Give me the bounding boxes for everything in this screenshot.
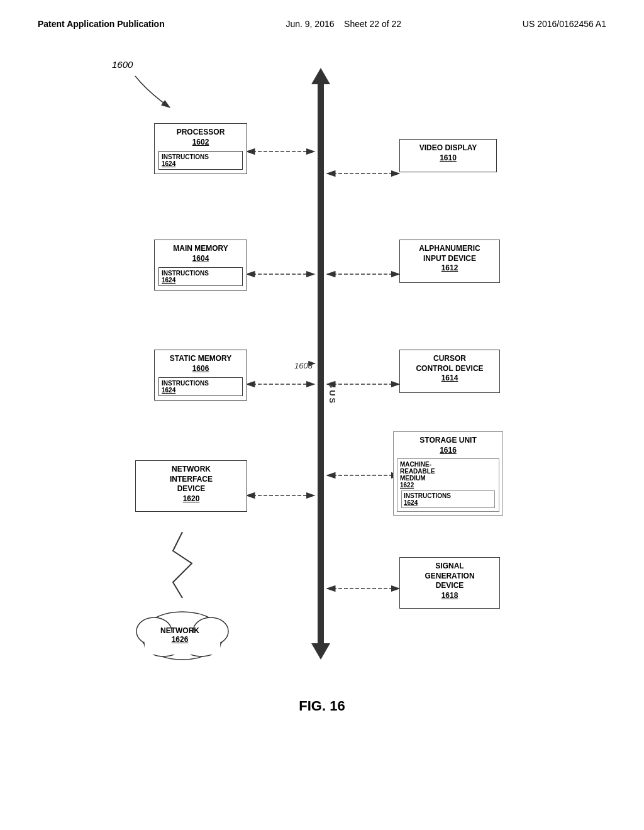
svg-text:1608: 1608 <box>294 361 313 370</box>
processor-title: PROCESSOR 1602 <box>155 124 247 148</box>
network-interface-box: NETWORKINTERFACEDEVICE 1620 <box>135 460 247 512</box>
alphanumeric-box: ALPHANUMERICINPUT DEVICE 1612 <box>399 240 500 283</box>
machine-readable-box: MACHINE-READABLEMEDIUM 1622 INSTRUCTIONS… <box>397 458 499 512</box>
main-memory-number: 1604 <box>160 254 242 264</box>
alphanumeric-number: 1612 <box>405 263 494 274</box>
main-memory-box: MAIN MEMORY 1604 INSTRUCTIONS 1624 <box>154 240 247 290</box>
processor-number: 1602 <box>160 138 242 148</box>
signal-generation-number: 1618 <box>405 591 494 601</box>
page: Patent Application Publication Jun. 9, 2… <box>0 0 644 830</box>
network-interface-number: 1620 <box>141 494 242 504</box>
header-date: Jun. 9, 2016 <box>286 19 334 29</box>
alphanumeric-title: ALPHANUMERICINPUT DEVICE 1612 <box>400 240 499 275</box>
signal-generation-title: SIGNALGENERATIONDEVICE 1618 <box>400 558 499 602</box>
static-memory-instructions-box: INSTRUCTIONS 1624 <box>158 377 243 396</box>
video-display-box: VIDEO DISPLAY 1610 <box>399 139 497 172</box>
storage-instructions-box: INSTRUCTIONS 1624 <box>401 490 495 508</box>
processor-box: PROCESSOR 1602 INSTRUCTIONS 1624 <box>154 123 247 174</box>
cursor-control-box: CURSORCONTROL DEVICE 1614 <box>399 350 500 393</box>
diagram-container: 1600 <box>38 42 606 733</box>
processor-instructions-box: INSTRUCTIONS 1624 <box>158 151 243 170</box>
static-memory-number: 1606 <box>160 364 242 374</box>
cursor-control-number: 1614 <box>405 374 494 384</box>
machine-readable-number: 1622 <box>400 482 496 489</box>
network-cloud-label: NETWORK 1626 <box>160 626 199 644</box>
header-patent-number: US 2016/0162456 A1 <box>523 19 606 29</box>
network-number: 1626 <box>172 635 189 644</box>
main-memory-title: MAIN MEMORY 1604 <box>155 240 247 265</box>
storage-unit-title: STORAGE UNIT 1616 <box>394 432 502 456</box>
storage-unit-outer-box: STORAGE UNIT 1616 MACHINE-READABLEMEDIUM… <box>393 431 503 516</box>
network-interface-title: NETWORKINTERFACEDEVICE 1620 <box>136 461 247 505</box>
svg-marker-5 <box>311 68 330 84</box>
signal-generation-box: SIGNALGENERATIONDEVICE 1618 <box>399 557 500 609</box>
machine-readable-title: MACHINE-READABLEMEDIUM 1622 <box>400 461 496 489</box>
storage-instructions-number: 1624 <box>404 499 418 506</box>
diagram-svg: BUS 1608 <box>38 42 606 733</box>
figure-label: FIG. 16 <box>38 698 606 714</box>
cursor-control-title: CURSORCONTROL DEVICE 1614 <box>400 350 499 385</box>
page-header: Patent Application Publication Jun. 9, 2… <box>38 19 606 29</box>
header-publication-label: Patent Application Publication <box>38 19 165 29</box>
static-memory-box: STATIC MEMORY 1606 INSTRUCTIONS 1624 <box>154 350 247 401</box>
svg-text:BUS: BUS <box>328 382 337 405</box>
header-sheet: Sheet 22 of 22 <box>344 19 401 29</box>
video-display-title: VIDEO DISPLAY 1610 <box>400 140 496 164</box>
static-memory-title: STATIC MEMORY 1606 <box>155 350 247 375</box>
header-date-sheet: Jun. 9, 2016 Sheet 22 of 22 <box>286 19 401 29</box>
storage-unit-number: 1616 <box>399 446 497 456</box>
svg-marker-6 <box>311 643 330 660</box>
video-display-number: 1610 <box>405 153 491 163</box>
main-memory-instructions-box: INSTRUCTIONS 1624 <box>158 267 243 286</box>
